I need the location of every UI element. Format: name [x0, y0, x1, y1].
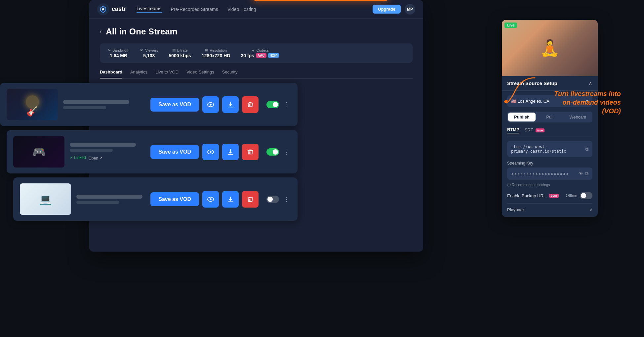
- stat-bitrate: ▤ Bitrate 5000 kbps: [169, 48, 191, 58]
- back-arrow[interactable]: ‹: [100, 28, 102, 35]
- upgrade-button[interactable]: Upgrade: [373, 5, 401, 14]
- nav-videohosting[interactable]: Video Hosting: [227, 7, 256, 12]
- more-menu-2[interactable]: ⋮: [282, 147, 291, 157]
- proto-tab-rtmp[interactable]: RTMP: [507, 127, 519, 133]
- delete-button-1[interactable]: [242, 96, 259, 113]
- avatar[interactable]: MP: [405, 4, 415, 15]
- logo: castr: [97, 3, 126, 15]
- proto-tab-srt[interactable]: SRT true: [525, 127, 544, 133]
- card-title-bar-3: [76, 195, 142, 199]
- card-subtitle-bar-3: [76, 201, 119, 204]
- playback-label: Playback: [507, 207, 525, 212]
- nav-links: Livestreams Pre-Recorded Streams Video H…: [137, 6, 373, 13]
- bandwidth-icon: ⊗: [108, 48, 111, 52]
- delete-button-3[interactable]: [242, 191, 259, 208]
- backup-right: Offline: [566, 192, 592, 199]
- card-info-2: ✓ Linked Open ↗: [70, 143, 145, 161]
- beta-badge: true: [536, 128, 544, 132]
- eye-icon: [207, 101, 214, 108]
- page-header: ‹ All in One Stream: [100, 26, 413, 37]
- download-icon-3: [227, 196, 234, 203]
- download-button-2[interactable]: [222, 144, 239, 160]
- preview-button-3[interactable]: [202, 191, 219, 208]
- card-right-2: ⋮: [266, 147, 291, 157]
- offline-label: Offline: [566, 193, 577, 198]
- annotation-vod-text: Turn livestreams intoon-demand videos(VO…: [554, 89, 621, 115]
- toggle-2[interactable]: [266, 148, 279, 156]
- toggle-1[interactable]: [266, 101, 279, 108]
- card-subtitle-bar-2: [70, 149, 113, 152]
- tab-dashboard[interactable]: Dashboard: [100, 70, 122, 78]
- collapse-button[interactable]: ∧: [588, 80, 592, 86]
- copy-url-icon[interactable]: ⧉: [585, 146, 588, 152]
- playback-row[interactable]: Playback ∨: [507, 203, 592, 212]
- resolution-icon: ⊞: [205, 48, 208, 52]
- stat-viewers: 👁 Viewers 5,103: [140, 48, 158, 58]
- card-info-3: [76, 195, 145, 204]
- playback-chevron-icon: ∨: [589, 207, 592, 212]
- save-vod-button-2[interactable]: Save as VOD: [150, 145, 199, 159]
- preview-button-2[interactable]: [202, 144, 219, 160]
- backup-beta-badge: beta: [549, 194, 559, 198]
- trash-icon: [247, 101, 254, 108]
- stream-card-2: ✓ Linked Open ↗ Save as VOD: [7, 130, 298, 173]
- streaming-key-value: xxxxxxxxxxxxxxxxxxx: [511, 171, 569, 176]
- delete-button-2[interactable]: [242, 144, 259, 160]
- copy-key-icon[interactable]: ⧉: [585, 171, 588, 176]
- tab-video-settings[interactable]: Video Settings: [186, 70, 214, 78]
- open-link[interactable]: Open ↗: [89, 156, 103, 161]
- gaming-thumbnail: [13, 136, 64, 168]
- download-button-3[interactable]: [222, 191, 239, 208]
- live-preview: 🧘 Live: [502, 20, 598, 76]
- nav-livestreams[interactable]: Livestreams: [137, 6, 161, 13]
- panel-title: Stream Source Setup: [507, 80, 557, 86]
- card-info-1: [63, 100, 145, 109]
- card-title-bar-1: [63, 100, 129, 104]
- stream-card-1: Save as VOD ⋮: [0, 83, 298, 126]
- protocol-tabs: RTMP SRT true: [507, 127, 592, 136]
- live-badge: Live: [504, 23, 517, 28]
- url-value: rtmp://us-west-primary.castr.io/static: [511, 144, 585, 154]
- recommended-settings[interactable]: ⓘ Recommended settings: [507, 182, 592, 187]
- bitrate-value: 5000 kbps: [169, 53, 191, 58]
- stream-source-panel: 🧘 Live Stream Source Setup ∧ 🇺🇸 Los Ange…: [502, 20, 598, 217]
- card-actions-3: Save as VOD: [150, 191, 259, 208]
- tab-bar: Dashboard Analytics Live to VOD Video Se…: [100, 70, 413, 79]
- svg-point-8: [210, 198, 212, 200]
- svg-point-2: [102, 8, 104, 10]
- annotation-playback-tooltip: Re-watch, pause, skip, rewind, or fast-f…: [251, 0, 390, 1]
- svg-point-6: [210, 151, 212, 153]
- location-value: 🇺🇸 Los Angeles, CA: [511, 99, 549, 104]
- office-thumbnail: [20, 183, 71, 215]
- preview-button-1[interactable]: [202, 96, 219, 113]
- toggle-3[interactable]: [266, 196, 279, 203]
- logo-text: castr: [112, 6, 126, 13]
- badge-h264: H264: [268, 53, 279, 58]
- stat-codecs: 🖨 Codecs 30 fps AAC H264: [241, 48, 279, 58]
- backup-url-toggle[interactable]: [580, 192, 592, 199]
- bitrate-icon: ▤: [172, 48, 176, 52]
- trash-icon-2: [247, 148, 254, 156]
- card-thumbnail-3: [20, 183, 71, 215]
- more-menu-1[interactable]: ⋮: [282, 100, 291, 110]
- viewers-value: 5,103: [143, 53, 155, 58]
- tab-security[interactable]: Security: [222, 70, 238, 78]
- download-icon-2: [227, 148, 234, 156]
- save-vod-button-1[interactable]: Save as VOD: [150, 98, 199, 112]
- download-button-1[interactable]: [222, 96, 239, 113]
- panel-header: Stream Source Setup ∧: [502, 76, 598, 91]
- more-menu-3[interactable]: ⋮: [282, 194, 291, 204]
- source-tab-publish[interactable]: Publish: [508, 113, 536, 121]
- eye-icon-3: [207, 196, 214, 203]
- nav-prerecorded[interactable]: Pre-Recorded Streams: [171, 7, 218, 12]
- card-actions-1: Save as VOD: [150, 96, 259, 113]
- tab-live-to-vod[interactable]: Live to VOD: [155, 70, 179, 78]
- concert-thumbnail: [7, 89, 58, 120]
- save-vod-button-3[interactable]: Save as VOD: [150, 192, 199, 206]
- show-key-icon[interactable]: 👁: [579, 171, 583, 176]
- tab-analytics[interactable]: Analytics: [130, 70, 147, 78]
- card-actions-2: Save as VOD: [150, 144, 259, 160]
- backup-url-row: Enable Backup URL beta Offline: [507, 192, 592, 199]
- trash-icon-3: [247, 196, 254, 203]
- url-field: rtmp://us-west-primary.castr.io/static ⧉: [507, 141, 592, 157]
